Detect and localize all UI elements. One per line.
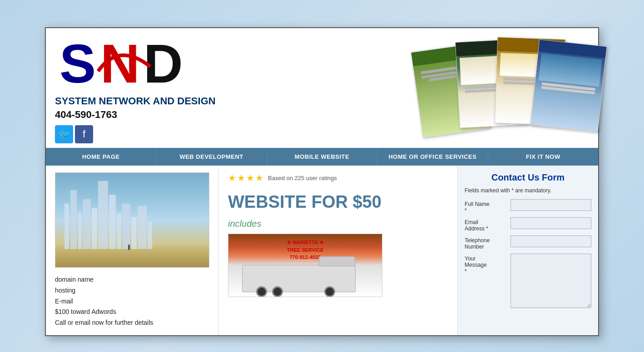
facebook-icon[interactable]: f: [75, 125, 93, 143]
contact-form-title: Contact Us Form: [465, 172, 591, 183]
website-price: WEBSITE FOR $50: [228, 192, 448, 212]
website-screenshots: [416, 38, 589, 138]
logo: S N D: [55, 33, 216, 92]
logo-s: S: [59, 33, 96, 92]
phone: 404-590-1763: [55, 109, 216, 121]
mandatory-note: Fields marked with * are mandatory.: [465, 187, 591, 194]
full-name-label: Full Name*: [465, 199, 508, 214]
navbar: HOME PAGE WEB DEVELOPMENT MOBILE WEBSITE…: [46, 148, 598, 166]
message-label: YourMessage*: [465, 254, 508, 274]
stars: ★★★★: [228, 172, 264, 183]
contact-sidebar: Contact Us Form Fields marked with * are…: [457, 166, 598, 335]
logo-svg: S N D: [55, 33, 191, 92]
page-wrapper: S N D SYSTEM NETWORK AND DESIGN 404-590-…: [45, 27, 599, 336]
includes-label: includes: [228, 219, 448, 229]
full-name-row: Full Name*: [465, 199, 591, 214]
header: S N D SYSTEM NETWORK AND DESIGN 404-590-…: [46, 28, 598, 148]
message-textarea[interactable]: [510, 254, 591, 308]
rating-bar: ★★★★ Based on 225 user ratings: [228, 172, 448, 183]
email-input[interactable]: [510, 217, 591, 229]
nav-web-development[interactable]: WEB DEVELOPMENT: [156, 148, 267, 166]
telephone-input[interactable]: [510, 235, 591, 247]
screenshot-4: [530, 39, 607, 132]
telephone-label: TelephoneNumber: [465, 235, 508, 250]
nav-fix-it-now[interactable]: FIX IT NOW: [488, 148, 598, 166]
list-item: Call or email now for further details: [55, 318, 209, 328]
nav-home-page[interactable]: HOME PAGE: [46, 148, 156, 166]
company-name: SYSTEM NETWORK AND DESIGN: [55, 95, 216, 107]
list-item: E-mail: [55, 296, 209, 307]
logo-d: D: [144, 33, 183, 92]
message-row: YourMessage*: [465, 254, 591, 308]
header-right: [416, 38, 589, 138]
list-item: domain name: [55, 274, 209, 285]
social-icons: 🐦 f: [55, 125, 216, 143]
twitter-icon[interactable]: 🐦: [55, 125, 73, 143]
list-item: hosting: [55, 285, 209, 296]
telephone-row: TelephoneNumber: [465, 235, 591, 250]
content-center: ★★★★ Based on 225 user ratings WEBSITE F…: [218, 166, 457, 335]
rating-text: Based on 225 user ratings: [268, 175, 337, 181]
left-content-text: domain name hosting E-mail $100 toward A…: [55, 274, 209, 328]
main-content: domain name hosting E-mail $100 toward A…: [46, 166, 598, 335]
email-row: EmailAddress *: [465, 217, 591, 232]
screenshot-stack: [416, 38, 589, 138]
full-name-input[interactable]: [510, 199, 591, 211]
nav-mobile-website[interactable]: MOBILE WEBSITE: [267, 148, 377, 166]
content-left: domain name hosting E-mail $100 toward A…: [46, 166, 218, 335]
truck-image: ★ MARIETTA ★ TREE SERVICE 770-912-4033: [228, 234, 382, 297]
header-left: S N D SYSTEM NETWORK AND DESIGN 404-590-…: [55, 33, 216, 143]
list-item: $100 toward Adwords: [55, 307, 209, 318]
nav-home-office-services[interactable]: HOME OR OFFICE SERVICES: [377, 148, 488, 166]
email-label: EmailAddress *: [465, 217, 508, 232]
hero-image: [55, 172, 209, 268]
